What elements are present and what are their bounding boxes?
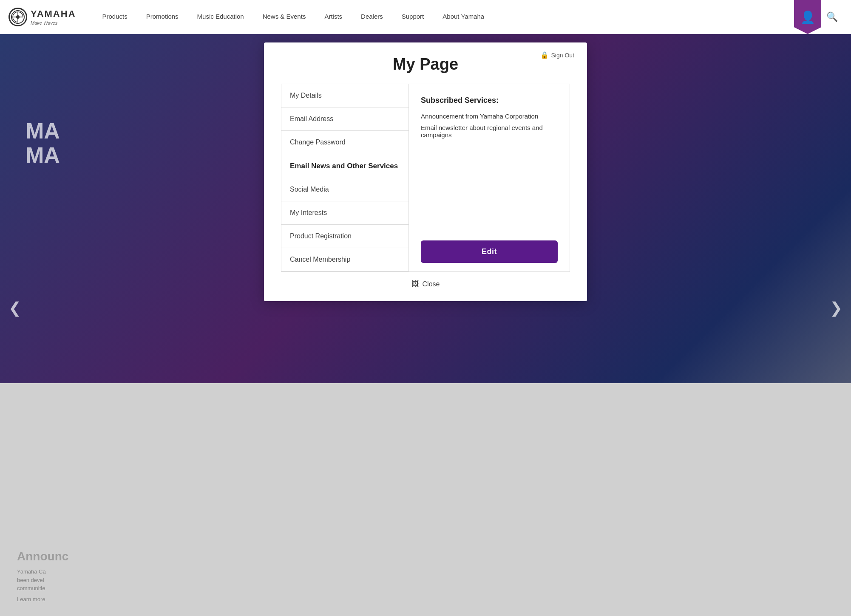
sidebar-item-product-registration[interactable]: Product Registration bbox=[281, 225, 408, 248]
sidebar-item-email-news: Email News and Other Services bbox=[281, 154, 408, 178]
close-icon: 🖼 bbox=[411, 280, 419, 288]
close-button[interactable]: 🖼 Close bbox=[281, 280, 570, 288]
svg-point-1 bbox=[16, 15, 20, 19]
subscribed-item: Announcement from Yamaha Corporation bbox=[421, 113, 558, 120]
page-title: My Page bbox=[281, 55, 570, 73]
subscribed-label: Subscribed Services: bbox=[421, 96, 558, 105]
nav-link-about-yamaha[interactable]: About Yamaha bbox=[433, 0, 494, 34]
close-label: Close bbox=[423, 280, 440, 288]
sidebar: My DetailsEmail AddressChange PasswordEm… bbox=[281, 84, 409, 271]
nav-link-products[interactable]: Products bbox=[93, 0, 137, 34]
nav-link-music-education[interactable]: Music Education bbox=[188, 0, 253, 34]
nav-links: ProductsPromotionsMusic EducationNews & … bbox=[93, 0, 794, 34]
sidebar-item-email-address[interactable]: Email Address bbox=[281, 107, 408, 131]
nav-link-artists[interactable]: Artists bbox=[315, 0, 352, 34]
sign-out-label: Sign Out bbox=[551, 52, 574, 59]
nav-link-dealers[interactable]: Dealers bbox=[352, 0, 392, 34]
modal-overlay: 🔒 Sign Out My Page My DetailsEmail Addre… bbox=[0, 34, 851, 616]
content-panel: Subscribed Services: Announcement from Y… bbox=[409, 84, 570, 271]
nav-icons: 👤 🔍 bbox=[794, 0, 842, 34]
lock-icon: 🔒 bbox=[540, 51, 549, 59]
search-button[interactable]: 🔍 bbox=[821, 0, 842, 34]
nav-link-support[interactable]: Support bbox=[392, 0, 434, 34]
nav-link-news-events[interactable]: News & Events bbox=[253, 0, 315, 34]
sidebar-item-change-password[interactable]: Change Password bbox=[281, 131, 408, 154]
modal-body: My DetailsEmail AddressChange PasswordEm… bbox=[281, 84, 570, 272]
user-menu-button[interactable]: 👤 bbox=[794, 0, 821, 34]
sidebar-item-my-details[interactable]: My Details bbox=[281, 84, 408, 107]
navigation: YAMAHA Make Waves ProductsPromotionsMusi… bbox=[0, 0, 851, 34]
yamaha-logo-icon bbox=[9, 8, 27, 26]
subscribed-items: Announcement from Yamaha CorporationEmai… bbox=[421, 113, 558, 143]
logo[interactable]: YAMAHA Make Waves bbox=[9, 8, 76, 26]
search-icon: 🔍 bbox=[826, 11, 838, 23]
nav-link-promotions[interactable]: Promotions bbox=[137, 0, 188, 34]
user-icon: 👤 bbox=[800, 10, 815, 24]
brand-tagline: Make Waves bbox=[31, 20, 76, 25]
sidebar-item-cancel-membership[interactable]: Cancel Membership bbox=[281, 248, 408, 271]
sign-out-button[interactable]: 🔒 Sign Out bbox=[540, 51, 574, 59]
subscribed-item: Email newsletter about regional events a… bbox=[421, 124, 558, 138]
edit-button[interactable]: Edit bbox=[421, 240, 558, 263]
sidebar-item-social-media[interactable]: Social Media bbox=[281, 178, 408, 201]
brand-name: YAMAHA bbox=[31, 8, 76, 20]
my-page-modal: 🔒 Sign Out My Page My DetailsEmail Addre… bbox=[264, 42, 587, 301]
sidebar-item-my-interests[interactable]: My Interests bbox=[281, 201, 408, 225]
